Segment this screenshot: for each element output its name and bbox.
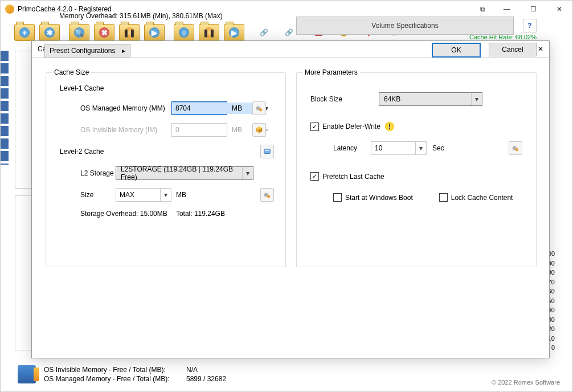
volume-spec-label: Volume Specifications: [371, 22, 438, 30]
status-bar: OS Invisible Memory - Free / Total (MB):…: [12, 361, 561, 388]
status-line-mm: OS Managed Memory - Free / Total (MB): 5…: [44, 375, 226, 383]
mm-row: OS Managed Memory (MM) ▾ MB: [80, 101, 274, 115]
latency-settings-icon[interactable]: [509, 141, 522, 155]
main-window: PrimoCache 4.2.0 - Registered ⧉ — ☐ ✕ + …: [0, 0, 573, 392]
latency-row: Latency 10 ▾ Sec: [333, 141, 522, 155]
status-im-value: N/A: [186, 366, 198, 374]
close-button[interactable]: ✕: [546, 1, 572, 18]
cancel-label: Cancel: [502, 46, 523, 54]
size-label: Size: [80, 191, 116, 199]
help-button[interactable]: ?: [523, 19, 537, 32]
l2-manage-icon[interactable]: [260, 145, 274, 158]
maximize-button[interactable]: ☐: [520, 1, 546, 18]
app-icon: [5, 5, 14, 14]
mm-settings-icon[interactable]: [252, 101, 266, 115]
im-label: OS Invisible Memory (IM): [80, 126, 171, 134]
size-value: MAX: [116, 191, 160, 199]
storage-overhead-value: Storage Overhead: 15.00MB: [80, 210, 167, 218]
block-size-row: Block Size 64KB ▾: [310, 92, 522, 106]
minimize-button[interactable]: —: [494, 1, 520, 18]
status-im-label: OS Invisible Memory - Free / Total (MB):: [44, 366, 186, 374]
more-params-legend: More Parameters: [302, 68, 360, 76]
preset-config-button[interactable]: Preset Configurations ▸: [44, 44, 130, 58]
cache-size-group: Cache Size Level-1 Cache OS Managed Memo…: [46, 72, 286, 267]
latency-value: 10: [371, 144, 415, 152]
l2-storage-label: L2 Storage: [80, 169, 116, 177]
l2-storage-combo[interactable]: L2STORAGE (119.24GB | 119.24GB Free) ▾: [116, 166, 253, 180]
block-size-value: 64KB: [379, 95, 471, 103]
l2-storage-row: L2 Storage L2STORAGE (119.24GB | 119.24G…: [80, 166, 274, 180]
memory-icon: [18, 365, 36, 383]
block-size-label: Block Size: [310, 95, 379, 103]
chevron-down-icon[interactable]: ▾: [160, 189, 171, 201]
dialog-buttons: OK Cancel: [432, 43, 537, 58]
size-settings-icon[interactable]: [260, 188, 274, 202]
prefetch-label: Prefetch Last Cache: [322, 173, 384, 181]
storage-total-value: Total: 119.24GB: [176, 210, 225, 218]
mm-label: OS Managed Memory (MM): [80, 104, 171, 112]
volume-spec-button[interactable]: Volume Specifications: [296, 17, 514, 35]
dialog-body: Cache Size Level-1 Cache OS Managed Memo…: [32, 58, 549, 66]
l1-heading: Level-1 Cache: [60, 84, 285, 92]
chevron-down-icon[interactable]: ▾: [415, 142, 426, 154]
size-combo[interactable]: MAX ▾: [116, 188, 171, 202]
l2-storage-value: L2STORAGE (119.24GB | 119.24GB Free): [116, 165, 242, 181]
prefetch-checkbox[interactable]: [310, 172, 319, 181]
storage-overhead: Storage Overhead: 15.00MB Total: 119.24G…: [80, 210, 274, 218]
warning-icon: !: [385, 122, 394, 131]
size-unit: MB: [176, 191, 190, 199]
left-rail: [1, 51, 9, 165]
bottom-row: Volume Specifications ?: [46, 17, 537, 35]
chevron-down-icon[interactable]: ▾: [471, 93, 482, 105]
mm-unit: MB: [232, 104, 245, 112]
cache-hit-rate: Cache Hit Rate: 68.02%: [469, 34, 537, 40]
defer-write-row: Enable Defer-Write !: [310, 122, 522, 131]
ok-label: OK: [451, 46, 461, 54]
cache-config-dialog: Cache Configuration ⧉ ✕ Cache Size Level…: [31, 40, 550, 358]
lock-label: Lock Cache Content: [451, 194, 513, 202]
preset-label: Preset Configurations: [50, 47, 115, 55]
im-input: [172, 124, 264, 136]
im-unit: MB: [232, 126, 245, 134]
cancel-button[interactable]: Cancel: [489, 43, 537, 56]
lock-checkbox[interactable]: [439, 193, 448, 202]
ok-button[interactable]: OK: [432, 43, 481, 58]
svg-rect-3: [265, 150, 269, 150]
latency-unit: Sec: [432, 144, 444, 152]
l2-heading: Level-2 Cache: [60, 148, 260, 156]
boot-label: Start at Windows Boot: [345, 194, 413, 202]
defer-write-label: Enable Defer-Write: [322, 122, 380, 130]
mm-input[interactable]: [172, 103, 264, 114]
svg-point-5: [267, 195, 270, 198]
prefetch-row: Prefetch Last Cache: [310, 172, 522, 181]
size-row: Size MAX ▾ MB: [80, 188, 274, 202]
status-mm-label: OS Managed Memory - Free / Total (MB):: [44, 375, 186, 383]
boot-checkbox[interactable]: [333, 193, 342, 202]
copyright: © 2022 Romex Software: [492, 379, 560, 386]
window-controls: ⧉ — ☐ ✕: [471, 1, 572, 18]
cache-size-legend: Cache Size: [52, 68, 91, 76]
status-mm-value: 5899 / 32682: [186, 375, 226, 383]
mm-combo[interactable]: ▾: [171, 101, 227, 115]
svg-point-7: [515, 148, 518, 151]
chevron-down-icon[interactable]: ▾: [242, 167, 253, 179]
status-line-im: OS Invisible Memory - Free / Total (MB):…: [44, 366, 226, 374]
chevron-right-icon: ▸: [122, 47, 125, 55]
dialog-close-button[interactable]: ✕: [538, 45, 543, 53]
latency-combo[interactable]: 10 ▾: [371, 141, 427, 155]
svg-point-1: [259, 108, 262, 111]
restore-icon[interactable]: ⧉: [471, 1, 494, 18]
more-params-group: More Parameters Block Size 64KB ▾ Enable…: [296, 72, 537, 267]
block-size-combo[interactable]: 64KB ▾: [379, 92, 482, 106]
im-row: OS Invisible Memory (IM) ▾ MB: [80, 123, 274, 137]
im-combo: ▾: [171, 123, 227, 137]
defer-write-checkbox[interactable]: [310, 122, 319, 131]
latency-label: Latency: [333, 144, 371, 152]
boot-lock-row: Start at Windows Boot Lock Cache Content: [333, 193, 522, 202]
im-info-icon[interactable]: [252, 123, 266, 137]
svg-rect-2: [264, 149, 271, 154]
